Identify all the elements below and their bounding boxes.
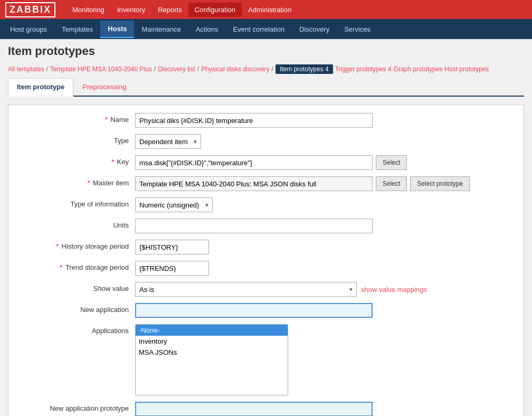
applications-listbox[interactable]: -None- Inventory MSA JSONs [135, 324, 288, 395]
nav-maintenance[interactable]: Maintenance [134, 21, 188, 37]
key-label: * Key [19, 155, 135, 166]
breadcrumb-physical-disks[interactable]: Physical disks discovery [201, 65, 269, 73]
show-value-row: Show value As is show value mappings [19, 282, 513, 297]
new-app-proto-row: New application prototype [19, 402, 513, 416]
tab-preprocessing[interactable]: Preprocessing [73, 78, 135, 96]
nav-host-groups[interactable]: Host groups [3, 21, 54, 37]
breadcrumb-sep-1: / [46, 65, 48, 73]
nav-templates[interactable]: Templates [54, 21, 100, 37]
breadcrumb-current: Item prototypes 4 [276, 64, 333, 74]
nav-discovery[interactable]: Discovery [292, 21, 337, 37]
history-value [135, 240, 513, 254]
key-input[interactable] [135, 155, 373, 170]
nav-hosts[interactable]: Hosts [100, 21, 134, 38]
key-select-button[interactable]: Select [376, 155, 407, 170]
units-input[interactable] [135, 219, 373, 233]
history-row: * History storage period [19, 240, 513, 254]
applications-label: Applications [19, 324, 135, 335]
breadcrumb: All templates / Template HPE MSA 1040-20… [8, 64, 524, 74]
type-row: Type Dependent item [19, 134, 513, 149]
new-app-proto-label: New application prototype [19, 402, 135, 412]
new-app-proto-value [135, 402, 513, 416]
breadcrumb-sep-3: / [197, 65, 199, 73]
new-app-label: New application [19, 303, 135, 314]
page-content: Item prototypes All templates / Template… [0, 39, 532, 416]
new-app-row: New application [19, 303, 513, 318]
master-item-input[interactable] [135, 176, 373, 191]
name-value [135, 113, 513, 128]
name-row: * Name [19, 113, 513, 128]
history-required: * [56, 242, 59, 250]
show-value-select[interactable]: As is [135, 282, 357, 297]
type-info-select-wrapper: Numeric (unsigned) [135, 197, 213, 212]
breadcrumb-host-prototypes[interactable]: Host prototypes [444, 65, 489, 73]
key-required: * [111, 158, 114, 166]
name-required: * [105, 116, 108, 124]
nav-reports[interactable]: Reports [151, 3, 188, 17]
applications-value: -None- Inventory MSA JSONs [135, 324, 513, 395]
trend-label: * Trend storage period [19, 261, 135, 271]
breadcrumb-sep-2: / [154, 65, 156, 73]
master-item-row: * Master item Select Select prototype [19, 176, 513, 191]
tab-item-prototype[interactable]: Item prototype [8, 78, 73, 97]
master-item-label: * Master item [19, 176, 135, 187]
show-value-select-wrapper: As is [135, 282, 357, 297]
breadcrumb-sep-4: / [272, 65, 273, 73]
breadcrumb-template-hpe[interactable]: Template HPE MSA 1040-2040 Plus [50, 65, 152, 73]
master-item-value: Select Select prototype [135, 176, 513, 191]
zabbix-logo: ZABBIX [5, 2, 55, 17]
new-app-prototype-input[interactable] [135, 402, 373, 416]
trend-input[interactable] [135, 261, 209, 276]
type-label: Type [19, 134, 135, 145]
page-title: Item prototypes [8, 44, 524, 58]
breadcrumb-graph-prototypes[interactable]: Graph prototypes [394, 65, 443, 73]
nav-services[interactable]: Services [337, 21, 378, 37]
new-app-value [135, 303, 513, 318]
master-select-prototype-button[interactable]: Select prototype [410, 176, 470, 191]
history-label: * History storage period [19, 240, 135, 250]
master-required: * [87, 179, 90, 187]
type-select[interactable]: Dependent item [135, 134, 201, 149]
show-value-label: Show value [19, 282, 135, 292]
type-info-value: Numeric (unsigned) [135, 197, 513, 212]
units-row: Units [19, 219, 513, 233]
type-value: Dependent item [135, 134, 513, 149]
nav-event-correlation[interactable]: Event correlation [226, 21, 292, 37]
name-input[interactable] [135, 113, 373, 128]
top-navigation: ZABBIX Monitoring Inventory Reports Conf… [0, 0, 532, 19]
units-label: Units [19, 219, 135, 229]
applications-row: Applications -None- Inventory MSA JSONs [19, 324, 513, 395]
nav-configuration[interactable]: Configuration [188, 3, 242, 17]
form-container: * Name Type Dependent item * Key [8, 105, 524, 416]
units-value [135, 219, 513, 233]
nav-administration[interactable]: Administration [242, 3, 298, 17]
nav-actions[interactable]: Actions [188, 21, 226, 37]
type-select-wrapper: Dependent item [135, 134, 201, 149]
show-value-mappings-link[interactable]: show value mappings [361, 286, 427, 294]
trend-required: * [60, 263, 62, 271]
type-info-row: Type of information Numeric (unsigned) [19, 197, 513, 212]
new-application-input[interactable] [135, 303, 373, 318]
history-input[interactable] [135, 240, 209, 254]
trend-row: * Trend storage period [19, 261, 513, 276]
nav-monitoring[interactable]: Monitoring [66, 3, 111, 17]
show-value-value: As is show value mappings [135, 282, 513, 297]
trend-value [135, 261, 513, 276]
breadcrumb-discovery-list[interactable]: Discovery list [158, 65, 195, 73]
breadcrumb-trigger-prototypes[interactable]: Trigger prototypes 4 [335, 65, 392, 73]
name-label: * Name [19, 113, 135, 124]
type-info-select[interactable]: Numeric (unsigned) [135, 197, 213, 212]
master-select-button[interactable]: Select [376, 176, 407, 191]
second-navigation: Host groups Templates Hosts Maintenance … [0, 19, 532, 39]
nav-inventory[interactable]: Inventory [111, 3, 151, 17]
type-info-label: Type of information [19, 197, 135, 208]
breadcrumb-all-templates[interactable]: All templates [8, 65, 44, 73]
key-value: Select [135, 155, 513, 170]
key-row: * Key Select [19, 155, 513, 170]
tab-bar: Item prototype Preprocessing [8, 78, 524, 97]
